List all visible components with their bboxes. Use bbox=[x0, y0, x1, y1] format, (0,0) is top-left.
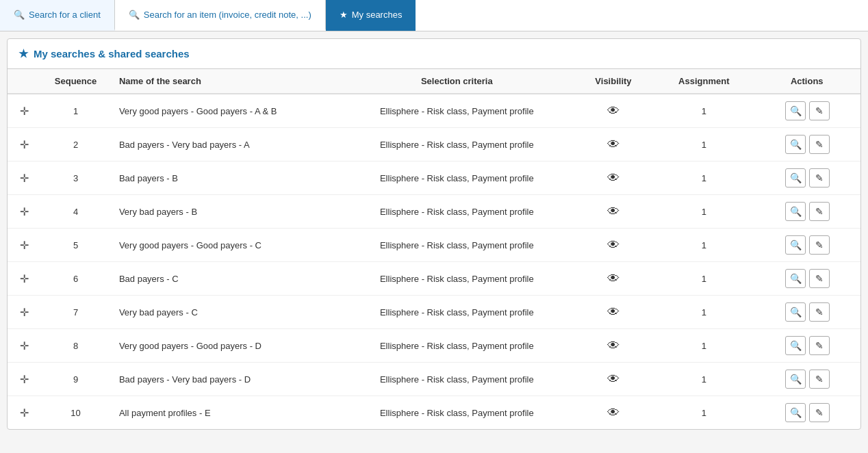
drag-handle-cell: ✛ bbox=[8, 363, 40, 396]
name-cell: Bad payers - Very bad payers - D bbox=[111, 363, 342, 396]
tab-my-searches-label: My searches bbox=[352, 10, 403, 20]
drag-handle-icon[interactable]: ✛ bbox=[20, 374, 29, 385]
drag-handle-icon[interactable]: ✛ bbox=[20, 340, 29, 352]
col-name: Name of the search bbox=[111, 69, 342, 94]
criteria-cell: Ellisphere - Risk class, Payment profile bbox=[342, 94, 572, 128]
table-row: ✛ 2 Bad payers - Very bad payers - A Ell… bbox=[8, 128, 860, 161]
criteria-cell: Ellisphere - Risk class, Payment profile bbox=[342, 363, 572, 396]
drag-handle-icon[interactable]: ✛ bbox=[20, 139, 29, 151]
drag-handle-icon[interactable]: ✛ bbox=[20, 307, 29, 318]
sequence-cell: 1 bbox=[40, 94, 111, 128]
criteria-cell: Ellisphere - Risk class, Payment profile bbox=[342, 296, 572, 329]
table-row: ✛ 10 All payment profiles - E Ellisphere… bbox=[8, 396, 860, 430]
search-button[interactable]: 🔍 bbox=[785, 202, 806, 221]
search-button[interactable]: 🔍 bbox=[785, 235, 806, 255]
eye-icon: 👁 bbox=[607, 372, 620, 386]
drag-handle-icon[interactable]: ✛ bbox=[20, 172, 29, 184]
section-title: My searches & shared searches bbox=[34, 48, 190, 60]
search-button[interactable]: 🔍 bbox=[785, 302, 806, 322]
search-button[interactable]: 🔍 bbox=[785, 403, 806, 422]
visibility-cell: 👁 bbox=[572, 296, 654, 329]
search-button[interactable]: 🔍 bbox=[785, 101, 806, 120]
table-row: ✛ 7 Very bad payers - C Ellisphere - Ris… bbox=[8, 296, 860, 329]
visibility-cell: 👁 bbox=[572, 94, 654, 128]
edit-button[interactable]: ✎ bbox=[809, 168, 830, 187]
action-group: 🔍 ✎ bbox=[762, 269, 853, 288]
searches-table: Sequence Name of the search Selection cr… bbox=[8, 69, 860, 429]
section-header: ★ My searches & shared searches bbox=[8, 39, 860, 69]
table-row: ✛ 9 Bad payers - Very bad payers - D Ell… bbox=[8, 363, 860, 396]
action-group: 🔍 ✎ bbox=[762, 135, 853, 154]
drag-handle-icon[interactable]: ✛ bbox=[20, 240, 29, 251]
edit-button[interactable]: ✎ bbox=[809, 370, 830, 389]
tab-my-searches[interactable]: ★ My searches bbox=[326, 0, 416, 31]
sequence-cell: 7 bbox=[40, 296, 111, 329]
actions-cell: 🔍 ✎ bbox=[754, 363, 861, 396]
edit-button[interactable]: ✎ bbox=[809, 235, 830, 255]
drag-handle-icon[interactable]: ✛ bbox=[20, 407, 29, 419]
assignment-cell: 1 bbox=[654, 161, 753, 195]
visibility-cell: 👁 bbox=[572, 195, 654, 229]
drag-handle-cell: ✛ bbox=[8, 396, 40, 430]
drag-handle-cell: ✛ bbox=[8, 128, 40, 161]
actions-cell: 🔍 ✎ bbox=[754, 296, 861, 329]
edit-button[interactable]: ✎ bbox=[809, 135, 830, 154]
name-cell: Bad payers - B bbox=[111, 161, 342, 195]
drag-handle-icon[interactable]: ✛ bbox=[20, 105, 29, 117]
tab-search-client[interactable]: 🔍 Search for a client bbox=[0, 0, 115, 31]
action-group: 🔍 ✎ bbox=[762, 370, 853, 389]
action-group: 🔍 ✎ bbox=[762, 302, 853, 322]
sequence-cell: 8 bbox=[40, 329, 111, 363]
search-button[interactable]: 🔍 bbox=[785, 269, 806, 288]
edit-button[interactable]: ✎ bbox=[809, 336, 830, 355]
name-cell: All payment profiles - E bbox=[111, 396, 342, 430]
actions-cell: 🔍 ✎ bbox=[754, 229, 861, 262]
eye-icon: 👁 bbox=[607, 205, 620, 218]
actions-cell: 🔍 ✎ bbox=[754, 195, 861, 229]
drag-handle-icon[interactable]: ✛ bbox=[20, 273, 29, 285]
actions-cell: 🔍 ✎ bbox=[754, 128, 861, 161]
visibility-cell: 👁 bbox=[572, 363, 654, 396]
name-cell: Very good payers - Good payers - D bbox=[111, 329, 342, 363]
name-cell: Very good payers - Good payers - A & B bbox=[111, 94, 342, 128]
action-group: 🔍 ✎ bbox=[762, 403, 853, 422]
edit-button[interactable]: ✎ bbox=[809, 403, 830, 422]
assignment-cell: 1 bbox=[654, 363, 753, 396]
search-button[interactable]: 🔍 bbox=[785, 168, 806, 187]
search-button[interactable]: 🔍 bbox=[785, 135, 806, 154]
assignment-cell: 1 bbox=[654, 94, 753, 128]
col-visibility: Visibility bbox=[572, 69, 654, 94]
eye-icon: 👁 bbox=[607, 238, 620, 252]
name-cell: Bad payers - Very bad payers - A bbox=[111, 128, 342, 161]
col-actions: Actions bbox=[754, 69, 861, 94]
table-row: ✛ 6 Bad payers - C Ellisphere - Risk cla… bbox=[8, 262, 860, 296]
criteria-cell: Ellisphere - Risk class, Payment profile bbox=[342, 229, 572, 262]
tab-search-item[interactable]: 🔍 Search for an item (invoice, credit no… bbox=[115, 0, 326, 31]
edit-button[interactable]: ✎ bbox=[809, 101, 830, 120]
name-cell: Very bad payers - B bbox=[111, 195, 342, 229]
eye-icon: 👁 bbox=[607, 171, 620, 185]
action-group: 🔍 ✎ bbox=[762, 168, 853, 187]
drag-handle-cell: ✛ bbox=[8, 262, 40, 296]
actions-cell: 🔍 ✎ bbox=[754, 329, 861, 363]
edit-button[interactable]: ✎ bbox=[809, 202, 830, 221]
name-cell: Very good payers - Good payers - C bbox=[111, 229, 342, 262]
edit-button[interactable]: ✎ bbox=[809, 302, 830, 322]
edit-button[interactable]: ✎ bbox=[809, 269, 830, 288]
search-button[interactable]: 🔍 bbox=[785, 370, 806, 389]
criteria-cell: Ellisphere - Risk class, Payment profile bbox=[342, 262, 572, 296]
table-row: ✛ 4 Very bad payers - B Ellisphere - Ris… bbox=[8, 195, 860, 229]
action-group: 🔍 ✎ bbox=[762, 101, 853, 120]
eye-icon: 👁 bbox=[607, 339, 620, 352]
assignment-cell: 1 bbox=[654, 229, 753, 262]
assignment-cell: 1 bbox=[654, 329, 753, 363]
sequence-cell: 3 bbox=[40, 161, 111, 195]
drag-handle-icon[interactable]: ✛ bbox=[20, 206, 29, 218]
assignment-cell: 1 bbox=[654, 195, 753, 229]
assignment-cell: 1 bbox=[654, 396, 753, 430]
action-group: 🔍 ✎ bbox=[762, 336, 853, 355]
actions-cell: 🔍 ✎ bbox=[754, 161, 861, 195]
sequence-cell: 6 bbox=[40, 262, 111, 296]
visibility-cell: 👁 bbox=[572, 329, 654, 363]
search-button[interactable]: 🔍 bbox=[785, 336, 806, 355]
